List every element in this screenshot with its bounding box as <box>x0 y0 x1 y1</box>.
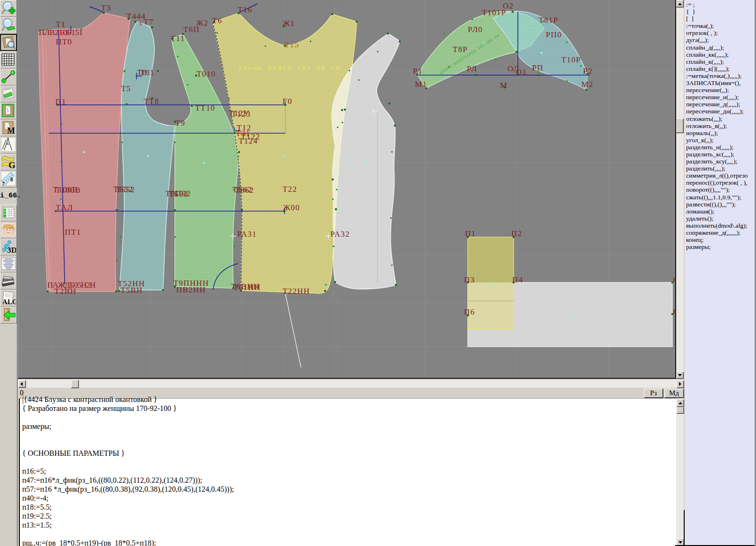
svg-text:Р2: Р2 <box>583 67 593 76</box>
svg-text:ТТ8: ТТ8 <box>144 97 159 106</box>
svg-text:Т010: Т010 <box>197 69 216 78</box>
svg-text:3D: 3D <box>7 246 16 255</box>
svg-text:Т862: Т862 <box>235 186 254 195</box>
svg-text:П2: П2 <box>511 229 522 238</box>
svg-text:РП: РП <box>532 63 543 72</box>
svg-text:Т22: Т22 <box>283 185 297 194</box>
svg-text:РЛ0: РЛ0 <box>468 25 483 34</box>
svg-text:Т11: Т11 <box>171 34 185 43</box>
svg-text:G: G <box>9 160 16 170</box>
svg-text:Т81Р: Т81Р <box>539 16 558 25</box>
svg-text:Т7: Т7 <box>144 17 154 26</box>
svg-text:7: 7 <box>2 181 5 187</box>
svg-text:А: А <box>7 142 9 145</box>
svg-text:M: M <box>7 126 15 136</box>
svg-text:Т123: Т123 <box>232 110 251 119</box>
svg-text:РА32: РА32 <box>330 230 350 239</box>
svg-text:Т2ВН: Т2ВН <box>54 287 77 296</box>
svg-text:Т22НН: Т22НН <box>283 287 310 296</box>
svg-text:Г0: Г0 <box>283 97 292 106</box>
svg-text:Р1: Р1 <box>413 67 422 76</box>
svg-text:Т10Р: Т10Р <box>561 55 581 64</box>
svg-text:Т81: Т81 <box>140 68 155 77</box>
svg-text:Т5: Т5 <box>121 84 131 93</box>
svg-text:Т5ВН: Т5ВН <box>120 286 143 295</box>
svg-text:РП0: РП0 <box>546 30 562 39</box>
svg-text:Т124: Т124 <box>239 136 258 145</box>
svg-text:Т6: Т6 <box>212 16 222 25</box>
svg-text:М2: М2 <box>581 80 593 89</box>
svg-text:Б1: Б1 <box>60 28 69 37</box>
svg-text:Т100В: Т100В <box>56 186 81 195</box>
svg-text:Ж1: Ж1 <box>283 19 295 28</box>
svg-text:Т9: Т9 <box>175 119 185 128</box>
svg-text:ALG: ALG <box>2 298 16 306</box>
svg-text:П4: П4 <box>512 275 523 284</box>
svg-text:М1: М1 <box>415 80 427 89</box>
svg-text:Т16: Т16 <box>238 5 252 14</box>
svg-text:П6: П6 <box>464 307 475 316</box>
svg-text:длина бейки 194.00 см: длина бейки 194.00 см <box>239 65 341 72</box>
svg-text:Т552: Т552 <box>116 185 135 194</box>
svg-text:ТБ92: ТБ92 <box>169 189 189 198</box>
svg-text:Т15: Т15 <box>284 40 299 49</box>
svg-text:Т8Р: Т8Р <box>453 45 468 54</box>
svg-text:х: х <box>139 19 143 27</box>
svg-text:Ж00: Ж00 <box>283 203 300 212</box>
svg-text:ПТ0: ПТ0 <box>56 37 72 46</box>
svg-text:РА31: РА31 <box>237 230 257 239</box>
svg-text:О1: О1 <box>516 68 527 77</box>
svg-text:Т101Р: Т101Р <box>482 8 506 17</box>
svg-text:8: 8 <box>10 177 13 182</box>
svg-text:ТАЛ: ТАЛ <box>56 203 73 212</box>
svg-text:М: М <box>500 81 507 90</box>
svg-text:П1: П1 <box>55 97 66 106</box>
svg-text:РЛ: РЛ <box>467 64 477 73</box>
svg-text:П3: П3 <box>464 275 475 284</box>
svg-text:ПВ2НН: ПВ2НН <box>176 285 206 294</box>
svg-text:ПТ1: ПТ1 <box>65 228 81 237</box>
svg-text:Т61НН: Т61НН <box>233 283 261 292</box>
svg-text:ТТ10: ТТ10 <box>195 103 215 112</box>
svg-text:Т3: Т3 <box>101 3 111 12</box>
svg-text:П1: П1 <box>465 229 476 238</box>
svg-text:Ж2: Ж2 <box>196 18 208 27</box>
